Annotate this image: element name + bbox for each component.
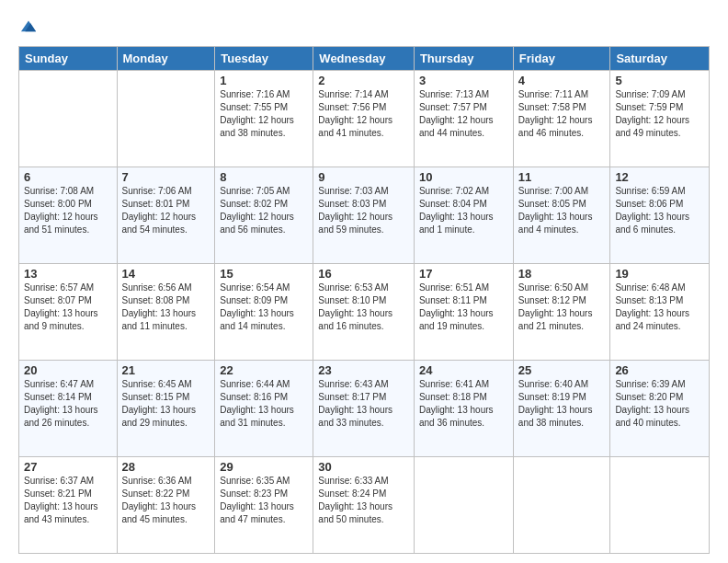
day-info: Sunrise: 7:14 AM Sunset: 7:56 PM Dayligh… <box>318 89 392 138</box>
week-row-5: 27Sunrise: 6:37 AM Sunset: 8:21 PM Dayli… <box>19 457 710 554</box>
day-number: 12 <box>615 170 704 184</box>
day-cell: 11Sunrise: 7:00 AM Sunset: 8:05 PM Dayli… <box>513 167 610 264</box>
logo-icon <box>18 17 39 37</box>
day-info: Sunrise: 6:33 AM Sunset: 8:24 PM Dayligh… <box>318 476 392 524</box>
weekday-header-sunday: Sunday <box>19 47 118 71</box>
day-number: 17 <box>419 267 508 281</box>
day-info: Sunrise: 7:08 AM Sunset: 8:00 PM Dayligh… <box>24 186 98 235</box>
day-info: Sunrise: 6:51 AM Sunset: 8:11 PM Dayligh… <box>419 282 494 331</box>
day-info: Sunrise: 7:05 AM Sunset: 8:02 PM Dayligh… <box>220 186 294 235</box>
weekday-header-saturday: Saturday <box>610 47 710 71</box>
day-info: Sunrise: 6:57 AM Sunset: 8:07 PM Dayligh… <box>24 282 98 331</box>
day-number: 30 <box>318 460 409 474</box>
day-number: 22 <box>220 363 308 377</box>
day-cell: 7Sunrise: 7:06 AM Sunset: 8:01 PM Daylig… <box>117 167 215 264</box>
day-cell: 25Sunrise: 6:40 AM Sunset: 8:19 PM Dayli… <box>513 361 610 457</box>
day-info: Sunrise: 6:39 AM Sunset: 8:20 PM Dayligh… <box>615 379 689 428</box>
day-info: Sunrise: 7:03 AM Sunset: 8:03 PM Dayligh… <box>318 186 392 235</box>
day-info: Sunrise: 6:48 AM Sunset: 8:13 PM Dayligh… <box>615 282 689 331</box>
day-number: 24 <box>419 363 508 377</box>
day-info: Sunrise: 6:44 AM Sunset: 8:16 PM Dayligh… <box>220 379 294 428</box>
day-cell: 27Sunrise: 6:37 AM Sunset: 8:21 PM Dayli… <box>19 457 118 554</box>
day-cell: 2Sunrise: 7:14 AM Sunset: 7:56 PM Daylig… <box>313 71 415 167</box>
day-cell: 30Sunrise: 6:33 AM Sunset: 8:24 PM Dayli… <box>313 457 415 554</box>
day-info: Sunrise: 6:35 AM Sunset: 8:23 PM Dayligh… <box>220 476 294 524</box>
day-cell: 4Sunrise: 7:11 AM Sunset: 7:58 PM Daylig… <box>513 71 610 167</box>
weekday-header-thursday: Thursday <box>414 47 513 71</box>
day-number: 26 <box>615 363 704 377</box>
day-number: 25 <box>518 363 606 377</box>
day-number: 29 <box>220 460 308 474</box>
day-number: 13 <box>24 267 112 281</box>
day-info: Sunrise: 6:59 AM Sunset: 8:06 PM Dayligh… <box>615 186 689 235</box>
day-number: 21 <box>122 363 210 377</box>
day-number: 7 <box>122 170 210 184</box>
day-number: 8 <box>220 170 308 184</box>
day-number: 15 <box>220 267 308 281</box>
day-number: 14 <box>122 267 210 281</box>
page: SundayMondayTuesdayWednesdayThursdayFrid… <box>0 0 728 563</box>
day-info: Sunrise: 6:37 AM Sunset: 8:21 PM Dayligh… <box>24 476 98 524</box>
day-number: 28 <box>122 460 210 474</box>
day-cell: 12Sunrise: 6:59 AM Sunset: 8:06 PM Dayli… <box>610 167 710 264</box>
day-cell: 3Sunrise: 7:13 AM Sunset: 7:57 PM Daylig… <box>414 71 513 167</box>
day-cell: 22Sunrise: 6:44 AM Sunset: 8:16 PM Dayli… <box>215 361 313 457</box>
day-info: Sunrise: 6:40 AM Sunset: 8:19 PM Dayligh… <box>518 379 593 428</box>
week-row-3: 13Sunrise: 6:57 AM Sunset: 8:07 PM Dayli… <box>19 264 710 361</box>
weekday-header-tuesday: Tuesday <box>215 47 313 71</box>
weekday-header-wednesday: Wednesday <box>313 47 415 71</box>
day-cell: 23Sunrise: 6:43 AM Sunset: 8:17 PM Dayli… <box>313 361 415 457</box>
day-info: Sunrise: 6:53 AM Sunset: 8:10 PM Dayligh… <box>318 282 392 331</box>
day-cell: 14Sunrise: 6:56 AM Sunset: 8:08 PM Dayli… <box>117 264 215 361</box>
day-number: 10 <box>419 170 508 184</box>
day-info: Sunrise: 6:50 AM Sunset: 8:12 PM Dayligh… <box>518 282 593 331</box>
logo <box>18 17 42 37</box>
day-cell: 16Sunrise: 6:53 AM Sunset: 8:10 PM Dayli… <box>313 264 415 361</box>
day-number: 3 <box>419 74 508 87</box>
day-cell <box>610 457 710 554</box>
day-cell: 9Sunrise: 7:03 AM Sunset: 8:03 PM Daylig… <box>313 167 415 264</box>
day-number: 23 <box>318 363 409 377</box>
day-number: 16 <box>318 267 409 281</box>
day-cell: 19Sunrise: 6:48 AM Sunset: 8:13 PM Dayli… <box>610 264 710 361</box>
day-info: Sunrise: 6:56 AM Sunset: 8:08 PM Dayligh… <box>122 282 197 331</box>
day-info: Sunrise: 6:41 AM Sunset: 8:18 PM Dayligh… <box>419 379 494 428</box>
day-cell: 20Sunrise: 6:47 AM Sunset: 8:14 PM Dayli… <box>19 361 118 457</box>
day-cell: 29Sunrise: 6:35 AM Sunset: 8:23 PM Dayli… <box>215 457 313 554</box>
day-cell <box>414 457 513 554</box>
day-number: 1 <box>220 74 308 87</box>
day-info: Sunrise: 7:09 AM Sunset: 7:59 PM Dayligh… <box>615 89 689 138</box>
week-row-4: 20Sunrise: 6:47 AM Sunset: 8:14 PM Dayli… <box>19 361 710 457</box>
header <box>18 17 710 37</box>
day-cell: 21Sunrise: 6:45 AM Sunset: 8:15 PM Dayli… <box>117 361 215 457</box>
day-cell: 10Sunrise: 7:02 AM Sunset: 8:04 PM Dayli… <box>414 167 513 264</box>
day-cell <box>19 71 118 167</box>
day-number: 6 <box>24 170 112 184</box>
day-number: 4 <box>518 74 606 87</box>
day-number: 20 <box>24 363 112 377</box>
day-cell: 28Sunrise: 6:36 AM Sunset: 8:22 PM Dayli… <box>117 457 215 554</box>
day-number: 9 <box>318 170 409 184</box>
weekday-header-monday: Monday <box>117 47 215 71</box>
week-row-2: 6Sunrise: 7:08 AM Sunset: 8:00 PM Daylig… <box>19 167 710 264</box>
day-number: 19 <box>615 267 704 281</box>
day-cell: 24Sunrise: 6:41 AM Sunset: 8:18 PM Dayli… <box>414 361 513 457</box>
day-number: 5 <box>615 74 704 87</box>
day-info: Sunrise: 7:13 AM Sunset: 7:57 PM Dayligh… <box>419 89 494 138</box>
day-info: Sunrise: 7:06 AM Sunset: 8:01 PM Dayligh… <box>122 186 197 235</box>
day-number: 18 <box>518 267 606 281</box>
day-info: Sunrise: 6:43 AM Sunset: 8:17 PM Dayligh… <box>318 379 392 428</box>
weekday-header-row: SundayMondayTuesdayWednesdayThursdayFrid… <box>19 47 710 71</box>
day-cell: 17Sunrise: 6:51 AM Sunset: 8:11 PM Dayli… <box>414 264 513 361</box>
day-cell: 26Sunrise: 6:39 AM Sunset: 8:20 PM Dayli… <box>610 361 710 457</box>
day-info: Sunrise: 7:16 AM Sunset: 7:55 PM Dayligh… <box>220 89 294 138</box>
day-cell: 5Sunrise: 7:09 AM Sunset: 7:59 PM Daylig… <box>610 71 710 167</box>
weekday-header-friday: Friday <box>513 47 610 71</box>
day-cell: 1Sunrise: 7:16 AM Sunset: 7:55 PM Daylig… <box>215 71 313 167</box>
day-cell: 13Sunrise: 6:57 AM Sunset: 8:07 PM Dayli… <box>19 264 118 361</box>
day-cell: 18Sunrise: 6:50 AM Sunset: 8:12 PM Dayli… <box>513 264 610 361</box>
day-number: 2 <box>318 74 409 87</box>
day-cell: 8Sunrise: 7:05 AM Sunset: 8:02 PM Daylig… <box>215 167 313 264</box>
day-cell: 15Sunrise: 6:54 AM Sunset: 8:09 PM Dayli… <box>215 264 313 361</box>
day-info: Sunrise: 7:00 AM Sunset: 8:05 PM Dayligh… <box>518 186 593 235</box>
